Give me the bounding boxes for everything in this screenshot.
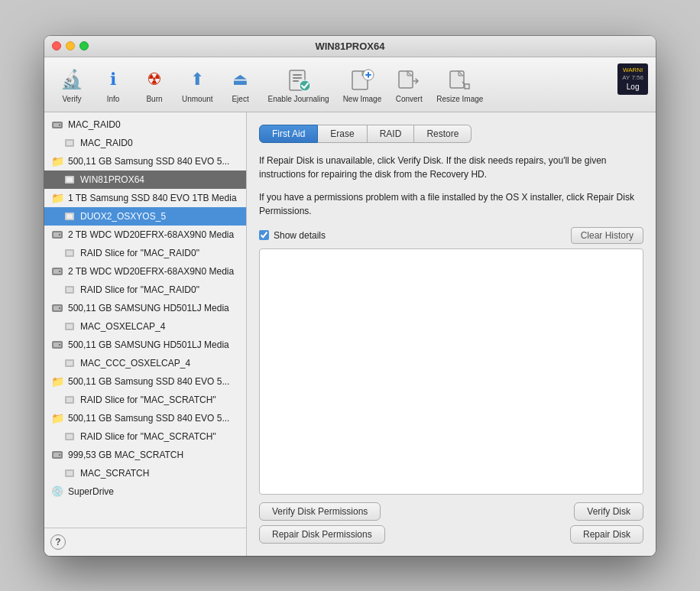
item-label: RAID Slice for "MAC_RAID0" bbox=[80, 284, 199, 295]
list-item[interactable]: 500,11 GB SAMSUNG HD501LJ Media bbox=[44, 336, 246, 354]
sidebar-list[interactable]: MAC_RAID0 MAC_RAID0 📁 500,11 GB Samsung … bbox=[44, 112, 246, 528]
folder-icon: 📁 bbox=[50, 375, 64, 388]
item-label: RAID Slice for "MAC_SCRATCH" bbox=[80, 431, 216, 442]
item-label: 500,11 GB Samsung SSD 840 EVO 5... bbox=[68, 156, 229, 167]
svg-rect-8 bbox=[450, 71, 464, 88]
verify-disk-permissions-button[interactable]: Verify Disk Permissions bbox=[259, 502, 381, 521]
svg-point-35 bbox=[59, 344, 60, 346]
folder-icon: 📁 bbox=[50, 154, 64, 168]
list-item-selected[interactable]: WIN81PROX64 bbox=[44, 170, 246, 189]
info-label: Info bbox=[107, 95, 120, 103]
list-item-active[interactable]: DUOX2_OSXYOS_5 bbox=[44, 207, 246, 226]
titlebar: WIN81PROX64 bbox=[44, 36, 656, 57]
log-area bbox=[259, 248, 643, 495]
folder-icon: 📁 bbox=[50, 191, 64, 205]
convert-label: Convert bbox=[396, 95, 423, 103]
enable-journaling-button[interactable]: Enable Journaling bbox=[262, 63, 335, 106]
list-item[interactable]: MAC_OSXELCAP_4 bbox=[44, 317, 246, 336]
volume-icon bbox=[63, 356, 76, 370]
info-button[interactable]: ℹ Info bbox=[93, 63, 133, 106]
item-label: 999,53 GB MAC_SCRATCH bbox=[68, 450, 183, 460]
new-image-icon bbox=[348, 66, 376, 93]
eject-button[interactable]: ⏏ Eject bbox=[221, 63, 261, 106]
maximize-button[interactable] bbox=[79, 41, 89, 50]
list-item[interactable]: 📁 500,11 GB Samsung SSD 840 EVO 5... bbox=[44, 152, 246, 170]
tab-erase[interactable]: Erase bbox=[318, 125, 367, 143]
item-label: MAC_RAID0 bbox=[68, 119, 121, 130]
window-title: WIN81PROX64 bbox=[315, 41, 384, 52]
close-button[interactable] bbox=[52, 41, 61, 50]
item-label: 500,11 GB SAMSUNG HD501LJ Media bbox=[68, 339, 229, 350]
toolbar: 🔬 Verify ℹ Info ☢ Burn ⬆ Unmount ⏏ Eject bbox=[44, 57, 656, 112]
show-details-checkbox[interactable] bbox=[259, 230, 269, 240]
clear-history-button[interactable]: Clear History bbox=[571, 227, 643, 244]
hdd-icon bbox=[50, 228, 64, 242]
list-item[interactable]: 📁 1 TB Samsung SSD 840 EVO 1TB Media bbox=[44, 189, 246, 207]
enable-journaling-icon bbox=[285, 66, 313, 93]
list-item[interactable]: 999,53 GB MAC_SCRATCH bbox=[44, 446, 246, 464]
repair-disk-permissions-button[interactable]: Repair Disk Permissions bbox=[259, 525, 385, 544]
unmount-icon: ⬆ bbox=[183, 66, 211, 93]
item-label: WIN81PROX64 bbox=[80, 174, 144, 185]
show-details-label: Show details bbox=[274, 230, 326, 241]
folder-icon: 📁 bbox=[50, 411, 64, 425]
resize-image-button[interactable]: Resize Image bbox=[430, 63, 489, 106]
list-item[interactable]: MAC_SCRATCH bbox=[44, 464, 246, 482]
svg-rect-22 bbox=[66, 251, 73, 255]
show-details-row: Show details Clear History bbox=[259, 227, 643, 244]
svg-point-20 bbox=[59, 234, 60, 235]
list-item[interactable]: RAID Slice for "MAC_RAID0" bbox=[44, 281, 246, 299]
item-label: 1 TB Samsung SSD 840 EVO 1TB Media bbox=[68, 193, 237, 203]
list-item[interactable]: RAID Slice for "MAC_SCRATCH" bbox=[44, 391, 246, 409]
help-icon: ? bbox=[55, 537, 60, 547]
svg-rect-41 bbox=[66, 434, 73, 439]
list-item[interactable]: MAC_CCC_OSXELCAP_4 bbox=[44, 354, 246, 372]
list-item[interactable]: MAC_RAID0 bbox=[44, 115, 246, 134]
repair-disk-button[interactable]: Repair Disk bbox=[570, 525, 643, 544]
list-item[interactable]: 2 TB WDC WD20EFRX-68AX9N0 Media bbox=[44, 262, 246, 281]
convert-button[interactable]: Convert bbox=[389, 63, 429, 106]
unmount-button[interactable]: ⬆ Unmount bbox=[176, 63, 219, 106]
tab-first-aid[interactable]: First Aid bbox=[259, 125, 318, 143]
convert-icon bbox=[395, 66, 423, 93]
list-item[interactable]: 📁 500,11 GB Samsung SSD 840 EVO 5... bbox=[44, 409, 246, 427]
burn-button[interactable]: ☢ Burn bbox=[134, 63, 174, 106]
tab-raid[interactable]: RAID bbox=[368, 125, 415, 143]
list-item[interactable]: RAID Slice for "MAC_SCRATCH" bbox=[44, 427, 246, 446]
volume-icon bbox=[63, 136, 76, 150]
help-button[interactable]: ? bbox=[50, 534, 66, 550]
list-item[interactable]: 2 TB WDC WD20EFRX-68AX9N0 Media bbox=[44, 226, 246, 244]
raid-icon bbox=[63, 430, 76, 443]
repair-buttons: Repair Disk Permissions Repair Disk bbox=[259, 525, 643, 544]
raid-icon bbox=[63, 246, 76, 260]
svg-rect-39 bbox=[66, 398, 73, 402]
svg-rect-27 bbox=[66, 287, 73, 292]
list-item[interactable]: 500,11 GB SAMSUNG HD501LJ Media bbox=[44, 299, 246, 317]
new-image-button[interactable]: New Image bbox=[337, 63, 388, 106]
item-label: MAC_OSXELCAP_4 bbox=[80, 321, 165, 332]
verify-button[interactable]: 🔬 Verify bbox=[52, 63, 92, 106]
verify-disk-button[interactable]: Verify Disk bbox=[574, 502, 643, 521]
svg-rect-2 bbox=[293, 77, 302, 79]
item-label: 500,11 GB Samsung SSD 840 EVO 5... bbox=[68, 376, 229, 387]
burn-label: Burn bbox=[146, 95, 162, 103]
svg-rect-3 bbox=[293, 80, 299, 82]
raid-icon bbox=[63, 283, 76, 297]
detail-panel: First Aid Erase RAID Restore If Repair D… bbox=[247, 112, 656, 556]
log-button[interactable]: WARNI AY 7:56 Log bbox=[617, 63, 648, 96]
list-item[interactable]: 💿 SuperDrive bbox=[44, 482, 246, 501]
svg-point-11 bbox=[59, 124, 60, 125]
list-item[interactable]: MAC_RAID0 bbox=[44, 134, 246, 152]
minimize-button[interactable] bbox=[66, 41, 75, 50]
superdrive-icon: 💿 bbox=[50, 485, 64, 498]
svg-rect-7 bbox=[399, 71, 413, 88]
list-item[interactable]: 📁 500,11 GB Samsung SSD 840 EVO 5... bbox=[44, 372, 246, 391]
svg-rect-46 bbox=[66, 471, 73, 476]
svg-point-25 bbox=[59, 271, 60, 272]
traffic-lights bbox=[52, 41, 89, 50]
main-window: WIN81PROX64 🔬 Verify ℹ Info ☢ Burn ⬆ Unm… bbox=[44, 36, 656, 556]
log-label: Log bbox=[622, 82, 643, 92]
tab-restore[interactable]: Restore bbox=[414, 125, 472, 143]
info-text-1: If Repair Disk is unavailable, click Ver… bbox=[259, 154, 643, 181]
list-item[interactable]: RAID Slice for "MAC_RAID0" bbox=[44, 244, 246, 262]
